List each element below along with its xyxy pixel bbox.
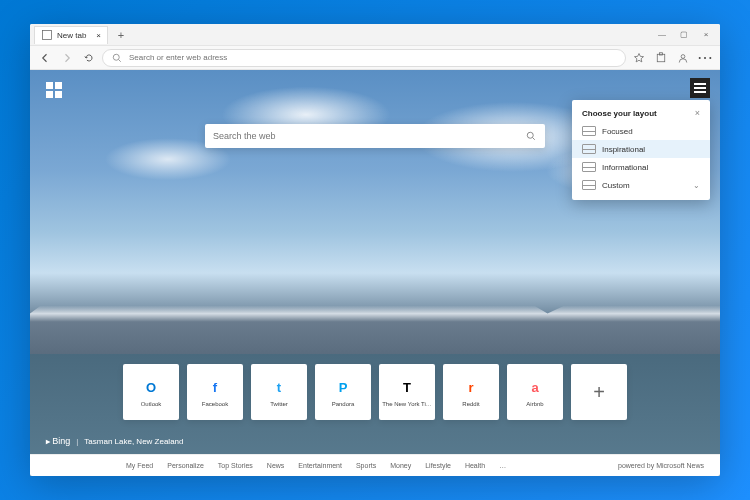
quicklink-pandora[interactable]: PPandora bbox=[315, 364, 371, 420]
page-icon bbox=[41, 29, 53, 41]
site-icon: t bbox=[269, 377, 289, 397]
quick-links-row: OOutlookfFacebooktTwitterPPandoraTThe Ne… bbox=[123, 364, 627, 420]
image-credit: ▸ Bing | Tasman Lake, New Zealand bbox=[46, 436, 184, 446]
quicklink-label: Pandora bbox=[332, 401, 355, 407]
news-link[interactable]: News bbox=[267, 462, 285, 469]
news-link[interactable]: … bbox=[499, 462, 506, 469]
news-link[interactable]: Top Stories bbox=[218, 462, 253, 469]
layout-option-focused[interactable]: Focused bbox=[572, 122, 710, 140]
layout-thumb-icon bbox=[582, 126, 596, 136]
forward-button[interactable] bbox=[58, 49, 76, 67]
extensions-button[interactable] bbox=[652, 49, 670, 67]
svg-point-6 bbox=[527, 132, 533, 138]
toolbar: ⋯ bbox=[30, 46, 720, 70]
address-bar[interactable] bbox=[102, 49, 626, 67]
layout-thumb-icon bbox=[582, 162, 596, 172]
menu-button[interactable]: ⋯ bbox=[696, 49, 714, 67]
titlebar: New tab × + — ▢ × bbox=[30, 24, 720, 46]
refresh-button[interactable] bbox=[80, 49, 98, 67]
quicklink-label: Facebook bbox=[202, 401, 228, 407]
layout-option-label: Informational bbox=[602, 163, 648, 172]
image-location: Tasman Lake, New Zealand bbox=[84, 437, 183, 446]
layout-popup-title: Choose your layout × bbox=[572, 106, 710, 122]
new-tab-page: Choose your layout × FocusedInspirationa… bbox=[30, 70, 720, 476]
powered-by-label: powered by Microsoft News bbox=[618, 462, 704, 469]
layout-option-label: Inspirational bbox=[602, 145, 645, 154]
address-input[interactable] bbox=[129, 53, 617, 62]
svg-rect-0 bbox=[43, 31, 52, 40]
site-icon: P bbox=[333, 377, 353, 397]
quicklink-thenewyorkti[interactable]: TThe New York Ti… bbox=[379, 364, 435, 420]
window-controls: — ▢ × bbox=[652, 26, 716, 44]
news-link[interactable]: Health bbox=[465, 462, 485, 469]
web-search-box[interactable] bbox=[205, 124, 545, 148]
layout-option-custom[interactable]: Custom⌄ bbox=[572, 176, 710, 194]
page-settings-button[interactable] bbox=[690, 78, 710, 98]
tab-newtab[interactable]: New tab × bbox=[34, 26, 108, 44]
news-link[interactable]: Personalize bbox=[167, 462, 204, 469]
site-icon: O bbox=[141, 377, 161, 397]
layout-popup: Choose your layout × FocusedInspirationa… bbox=[572, 100, 710, 200]
maximize-button[interactable]: ▢ bbox=[674, 26, 694, 44]
layout-option-inspirational[interactable]: Inspirational bbox=[572, 140, 710, 158]
new-tab-button[interactable]: + bbox=[112, 26, 130, 44]
quicklink-facebook[interactable]: fFacebook bbox=[187, 364, 243, 420]
quicklink-label: Outlook bbox=[141, 401, 162, 407]
quicklink-airbnb[interactable]: aAirbnb bbox=[507, 364, 563, 420]
close-tab-icon[interactable]: × bbox=[96, 31, 101, 40]
favorite-button[interactable] bbox=[630, 49, 648, 67]
site-icon: T bbox=[397, 377, 417, 397]
app-launcher-icon[interactable] bbox=[46, 82, 62, 98]
quicklink-twitter[interactable]: tTwitter bbox=[251, 364, 307, 420]
tab-title: New tab bbox=[57, 31, 86, 40]
news-link[interactable]: Money bbox=[390, 462, 411, 469]
layout-option-label: Custom bbox=[602, 181, 630, 190]
close-window-button[interactable]: × bbox=[696, 26, 716, 44]
quicklink-label: Reddit bbox=[462, 401, 479, 407]
svg-line-7 bbox=[533, 138, 535, 140]
news-link[interactable]: My Feed bbox=[126, 462, 153, 469]
quicklink-label: The New York Ti… bbox=[382, 401, 432, 407]
browser-window: New tab × + — ▢ × ⋯ bbox=[30, 24, 720, 476]
news-bar: My FeedPersonalizeTop StoriesNewsEnterta… bbox=[30, 454, 720, 476]
close-popup-icon[interactable]: × bbox=[695, 108, 700, 118]
site-icon: a bbox=[525, 377, 545, 397]
quicklink-outlook[interactable]: OOutlook bbox=[123, 364, 179, 420]
search-icon[interactable] bbox=[525, 130, 537, 142]
layout-option-label: Focused bbox=[602, 127, 633, 136]
layout-option-informational[interactable]: Informational bbox=[572, 158, 710, 176]
news-link[interactable]: Lifestyle bbox=[425, 462, 451, 469]
web-search-input[interactable] bbox=[213, 131, 525, 141]
svg-line-2 bbox=[119, 59, 121, 61]
site-icon: r bbox=[461, 377, 481, 397]
bing-logo: ▸ Bing bbox=[46, 436, 70, 446]
news-link[interactable]: Sports bbox=[356, 462, 376, 469]
profile-button[interactable] bbox=[674, 49, 692, 67]
add-quicklink-button[interactable]: + bbox=[571, 364, 627, 420]
layout-thumb-icon bbox=[582, 144, 596, 154]
news-categories: My FeedPersonalizeTop StoriesNewsEnterta… bbox=[126, 462, 506, 469]
svg-point-1 bbox=[113, 54, 119, 60]
svg-point-5 bbox=[681, 54, 685, 58]
quicklink-label: Twitter bbox=[270, 401, 288, 407]
quicklink-label: Airbnb bbox=[526, 401, 543, 407]
layout-thumb-icon bbox=[582, 180, 596, 190]
chevron-down-icon: ⌄ bbox=[693, 181, 700, 190]
minimize-button[interactable]: — bbox=[652, 26, 672, 44]
quicklink-reddit[interactable]: rReddit bbox=[443, 364, 499, 420]
site-icon: f bbox=[205, 377, 225, 397]
back-button[interactable] bbox=[36, 49, 54, 67]
search-icon bbox=[111, 52, 123, 64]
news-link[interactable]: Entertainment bbox=[298, 462, 342, 469]
